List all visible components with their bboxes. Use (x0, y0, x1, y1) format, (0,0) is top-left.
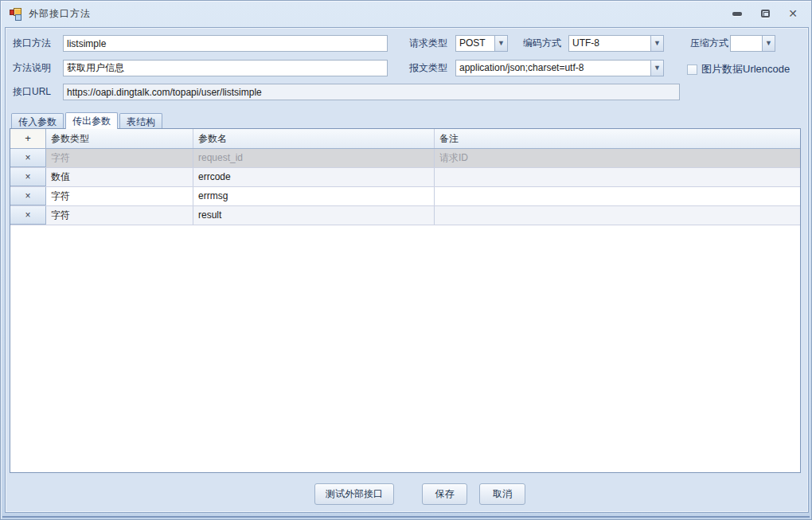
compression-value[interactable] (730, 35, 762, 52)
urlencode-checkbox-row: 图片数据Urlencode (687, 62, 790, 76)
add-row-button[interactable]: + (10, 129, 46, 148)
cell-note[interactable] (435, 168, 800, 186)
grid-header-row: + 参数类型 参数名 备注 (10, 129, 800, 149)
chevron-down-icon: ▼ (498, 40, 505, 47)
compression-label: 压缩方式 (690, 35, 728, 52)
urlencode-checkbox-label: 图片数据Urlencode (701, 62, 790, 76)
dialog-external-interface-method: 外部接口方法 ✕ 接口方法 请求类型 POST ▼ 编码方式 UTF-8 ▼ 压… (0, 0, 812, 520)
app-form-icon (10, 8, 23, 21)
window-title: 外部接口方法 (29, 7, 91, 21)
request-type-combobox[interactable]: POST ▼ (455, 35, 508, 52)
delete-row-button[interactable]: × (10, 187, 46, 205)
method-label: 接口方法 (13, 35, 51, 52)
table-row: × 数值 errcode (10, 168, 800, 187)
window-controls: ✕ (730, 8, 800, 19)
cell-note[interactable] (435, 187, 800, 205)
cell-type[interactable]: 字符 (46, 187, 193, 205)
titlebar: 外部接口方法 ✕ (1, 1, 811, 27)
encoding-combobox[interactable]: UTF-8 ▼ (568, 35, 664, 52)
output-params-grid: + 参数类型 参数名 备注 × 字符 request_id 请求ID × 数值 … (10, 128, 801, 473)
request-type-label: 请求类型 (409, 35, 447, 52)
tab-table-structure[interactable]: 表结构 (119, 113, 162, 129)
cell-name[interactable]: errmsg (193, 187, 435, 205)
tab-output-params[interactable]: 传出参数 (65, 112, 118, 129)
minimize-icon (732, 12, 742, 16)
cell-note: 请求ID (435, 149, 800, 167)
content-type-dropdown-button[interactable]: ▼ (650, 60, 664, 76)
chevron-down-icon: ▼ (654, 40, 661, 47)
encoding-label: 编码方式 (523, 35, 561, 52)
cell-name: request_id (193, 149, 435, 167)
request-type-value[interactable]: POST (455, 35, 494, 52)
urlencode-checkbox[interactable] (687, 65, 697, 75)
grid-body: × 字符 request_id 请求ID × 数值 errcode × 字符 e… (10, 149, 800, 225)
maximize-icon (761, 10, 770, 18)
cell-name[interactable]: errcode (193, 168, 435, 186)
content-type-value[interactable]: application/json;charset=utf-8 (455, 60, 650, 76)
cell-type[interactable]: 数值 (46, 168, 193, 186)
delete-row-button[interactable]: × (10, 168, 46, 186)
test-interface-button[interactable]: 测试外部接口 (314, 483, 394, 505)
request-type-dropdown-button[interactable]: ▼ (494, 35, 508, 52)
encoding-dropdown-button[interactable]: ▼ (650, 35, 664, 52)
chevron-down-icon: ▼ (765, 40, 772, 47)
column-header-name[interactable]: 参数名 (193, 129, 435, 148)
compression-dropdown-button[interactable]: ▼ (762, 35, 775, 52)
delete-row-button[interactable]: × (10, 149, 46, 167)
cell-note[interactable] (435, 206, 800, 225)
compression-combobox[interactable]: ▼ (730, 35, 775, 52)
method-input[interactable] (63, 35, 388, 52)
maximize-button[interactable] (758, 8, 772, 19)
save-button[interactable]: 保存 (422, 483, 467, 505)
cell-type: 字符 (46, 149, 193, 167)
url-label: 接口URL (13, 84, 51, 100)
close-button[interactable]: ✕ (786, 8, 800, 19)
table-row: × 字符 errmsg (10, 187, 800, 206)
delete-row-button[interactable]: × (10, 206, 46, 225)
content-panel: 接口方法 请求类型 POST ▼ 编码方式 UTF-8 ▼ 压缩方式 ▼ 方法说… (5, 27, 809, 513)
cell-type[interactable]: 字符 (46, 206, 193, 225)
cell-name[interactable]: result (193, 206, 435, 225)
description-label: 方法说明 (13, 60, 51, 76)
chevron-down-icon: ▼ (654, 65, 661, 72)
tab-input-params[interactable]: 传入参数 (11, 113, 64, 129)
encoding-value[interactable]: UTF-8 (568, 35, 650, 52)
table-row: × 字符 result (10, 206, 800, 225)
parameter-tabs: 传入参数 传出参数 表结构 (11, 112, 164, 129)
column-header-type[interactable]: 参数类型 (46, 129, 193, 148)
content-type-combobox[interactable]: application/json;charset=utf-8 ▼ (455, 60, 664, 76)
column-header-note[interactable]: 备注 (435, 129, 800, 148)
url-input[interactable] (63, 84, 680, 100)
description-input[interactable] (63, 60, 388, 76)
minimize-button[interactable] (730, 8, 744, 19)
cancel-button[interactable]: 取消 (479, 483, 525, 505)
close-icon: ✕ (788, 8, 798, 19)
table-row: × 字符 request_id 请求ID (10, 149, 800, 168)
content-type-label: 报文类型 (409, 60, 447, 76)
